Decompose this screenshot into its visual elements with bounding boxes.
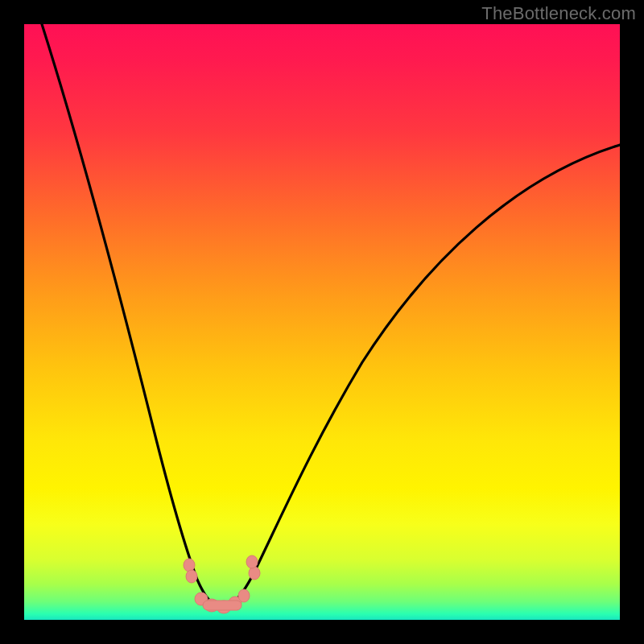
- bottleneck-curve: [24, 24, 620, 620]
- plot-area: [24, 24, 620, 620]
- curve-path: [42, 24, 620, 606]
- svg-point-0: [184, 559, 195, 572]
- svg-point-8: [246, 555, 258, 568]
- watermark-text: TheBottleneck.com: [481, 3, 636, 24]
- svg-point-7: [249, 567, 260, 580]
- svg-point-6: [238, 589, 250, 602]
- chart-frame: TheBottleneck.com: [0, 0, 644, 644]
- svg-rect-9: [203, 601, 242, 610]
- svg-point-1: [186, 570, 197, 583]
